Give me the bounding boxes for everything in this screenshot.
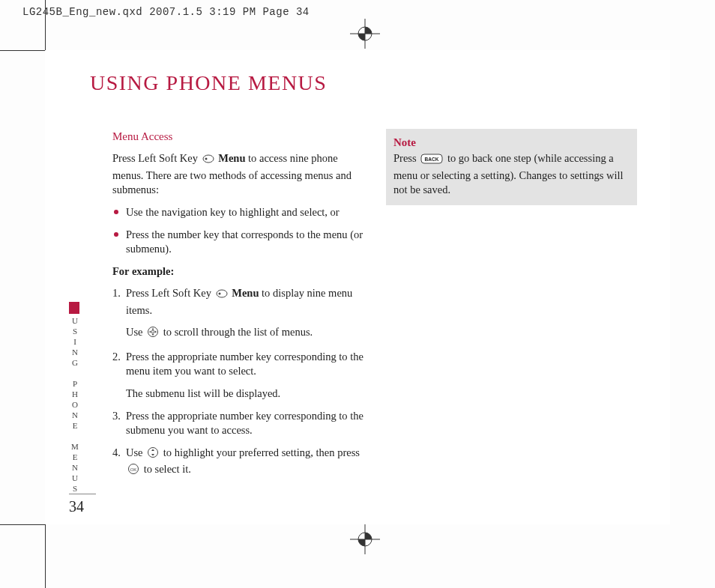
page-content: USING PHONE MENUS USING PHONE MENUS 34 M… <box>45 50 670 524</box>
crop-mark <box>45 524 46 588</box>
print-header: LG245B_Eng_new.qxd 2007.1.5 3:19 PM Page… <box>22 6 310 18</box>
list-item: Use to highlight your preferred setting,… <box>112 446 363 479</box>
example-label: For example: <box>112 264 363 279</box>
left-column: Menu Access Press Left Soft Key Menu to … <box>112 129 363 487</box>
note-title: Note <box>393 135 630 150</box>
list-item: Use the navigation key to highlight and … <box>112 205 363 220</box>
text: Press the appropriate number key corresp… <box>126 351 363 378</box>
svg-text:OK: OK <box>130 467 137 472</box>
side-section-label: USING PHONE MENUS <box>70 316 79 494</box>
list-item: Press Left Soft Key Menu to display nine… <box>112 286 363 342</box>
text: Press <box>393 152 419 164</box>
softkey-icon <box>216 288 228 303</box>
list-item: Press the appropriate number key corresp… <box>112 409 363 438</box>
right-column: Note Press BACK to go back one step (whi… <box>386 129 637 487</box>
section-subtitle: Menu Access <box>112 129 363 144</box>
note-box: Note Press BACK to go back one step (whi… <box>386 129 637 205</box>
bullet-list: Use the navigation key to highlight and … <box>112 205 363 257</box>
text-bold: Menu <box>218 152 245 164</box>
sub-paragraph: Use to scroll through the list of menus. <box>126 325 363 342</box>
list-item: Press the appropriate number key corresp… <box>112 350 363 401</box>
text: Press Left Soft Key <box>112 152 201 164</box>
svg-point-9 <box>218 293 220 295</box>
page-number-rule <box>69 494 96 494</box>
crop-mark <box>0 50 45 51</box>
page-title: USING PHONE MENUS <box>90 71 327 95</box>
svg-point-8 <box>217 290 227 297</box>
registration-mark-icon <box>350 19 380 49</box>
side-tab-marker <box>69 302 79 314</box>
crop-mark <box>0 524 45 525</box>
text: to scroll through the list of menus. <box>160 326 313 338</box>
text: Use <box>126 326 145 338</box>
ok-circle-icon: OK <box>127 463 139 479</box>
svg-point-7 <box>205 158 207 160</box>
numbered-list: Press Left Soft Key Menu to display nine… <box>112 286 363 479</box>
text: Use <box>126 446 145 458</box>
sub-paragraph: The submenu list will be displayed. <box>126 387 363 401</box>
svg-point-6 <box>203 155 214 163</box>
text-bold: Menu <box>232 287 259 299</box>
nav-circle-icon <box>147 326 159 342</box>
updown-circle-icon <box>147 446 159 463</box>
page-number: 34 <box>69 498 84 515</box>
softkey-icon <box>202 154 214 169</box>
list-item: Press the number key that corresponds to… <box>112 228 363 257</box>
svg-text:BACK: BACK <box>425 157 439 162</box>
text: Press Left Soft Key <box>126 287 214 299</box>
registration-mark-icon <box>350 524 380 554</box>
text: to select it. <box>141 463 191 475</box>
crop-mark <box>45 0 46 50</box>
svg-point-11 <box>151 330 154 333</box>
text: to highlight your preferred setting, the… <box>160 446 360 458</box>
svg-point-12 <box>148 447 158 457</box>
back-key-icon: BACK <box>420 154 443 169</box>
intro-paragraph: Press Left Soft Key Menu to access nine … <box>112 151 363 198</box>
